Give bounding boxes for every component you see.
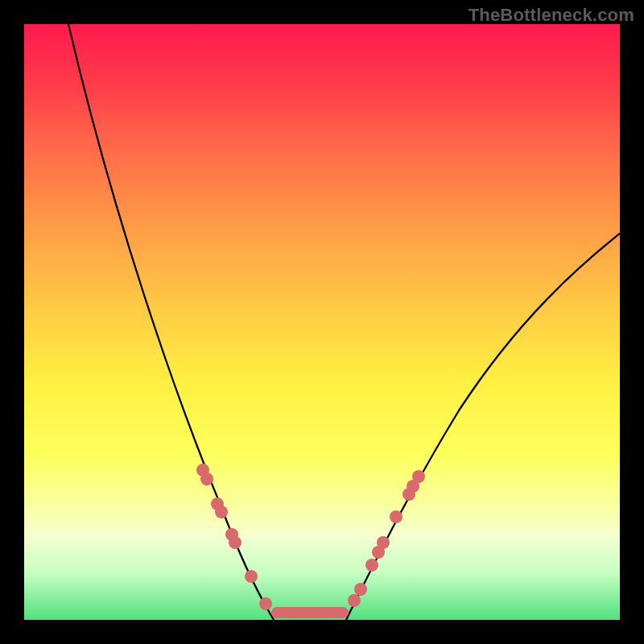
- chart-svg: [24, 24, 620, 620]
- marker-dot: [377, 536, 390, 549]
- right-curve: [346, 233, 620, 620]
- marker-dot: [365, 559, 378, 572]
- marker-dot: [245, 570, 258, 583]
- markers-right: [348, 470, 425, 607]
- markers-left: [196, 464, 272, 610]
- marker-dot: [215, 506, 228, 518]
- chart-frame: TheBottleneck.com: [0, 0, 644, 644]
- left-curve: [68, 24, 274, 620]
- marker-dot: [348, 594, 361, 607]
- marker-dot: [354, 583, 367, 596]
- marker-dot: [200, 473, 213, 485]
- marker-dot: [259, 597, 272, 610]
- marker-dot: [229, 536, 242, 549]
- marker-dot: [390, 510, 402, 523]
- plot-area: [24, 24, 620, 620]
- marker-dot: [412, 470, 425, 483]
- watermark-text: TheBottleneck.com: [469, 5, 634, 26]
